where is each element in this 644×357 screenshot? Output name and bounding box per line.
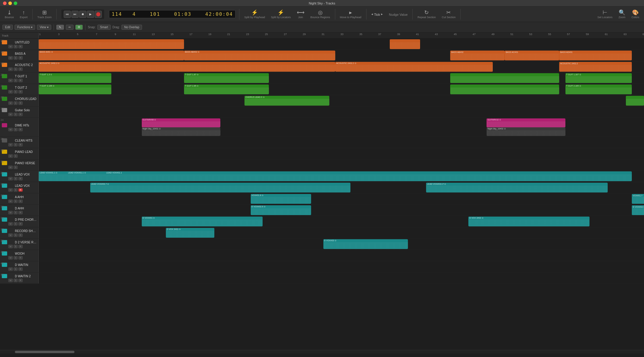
move-to-playhead-button[interactable]: ▸ Move to Playhead bbox=[338, 7, 364, 22]
record-button[interactable]: R bbox=[18, 279, 23, 282]
clip[interactable]: D VOX#02.7 bbox=[632, 205, 644, 215]
solo-button[interactable]: S bbox=[14, 113, 18, 116]
clip[interactable]: VOX#01.7 bbox=[632, 194, 644, 204]
clip[interactable]: VOX#01.8 ⊙ bbox=[251, 194, 311, 204]
clip[interactable]: ACOUSTIC 2#02.2 ⊙ bbox=[39, 62, 335, 72]
mute-button[interactable]: M bbox=[8, 256, 13, 259]
clip[interactable] bbox=[450, 84, 559, 94]
record-button[interactable]: R bbox=[18, 128, 23, 131]
pencil-tool[interactable]: ✏ bbox=[66, 25, 74, 30]
clip[interactable]: D VOX#02.6 ⊙ bbox=[251, 205, 311, 215]
tick-prev-icon[interactable]: ◂ bbox=[371, 12, 373, 16]
solo-button[interactable]: S bbox=[14, 188, 18, 192]
split-by-locators-button[interactable]: ⚡ Split by Locators bbox=[269, 7, 293, 22]
bounce-button[interactable]: ⤓ Bounce bbox=[2, 7, 16, 22]
record-button[interactable]: R bbox=[18, 200, 23, 203]
horizontal-scrollbar[interactable] bbox=[0, 350, 644, 353]
clip[interactable]: LEAD VOX#03.7 ⊙ bbox=[90, 183, 350, 192]
scrollbar-thumb[interactable] bbox=[15, 351, 74, 353]
clip[interactable]: LEAD VOX#03.17 ⊙ bbox=[426, 183, 608, 192]
clip[interactable]: ACOUSTIC 2#02.2 ⊙ bbox=[335, 62, 493, 72]
mute-button[interactable]: M bbox=[8, 113, 13, 116]
view-menu[interactable]: View ▾ bbox=[37, 25, 51, 30]
clip[interactable]: T GUIT 1.3 ⊙ bbox=[39, 73, 111, 83]
solo-button[interactable]: S bbox=[14, 245, 18, 248]
mute-button[interactable]: M bbox=[8, 79, 13, 82]
record-button[interactable]: R bbox=[18, 177, 23, 180]
clip[interactable]: D VOX#03 ⊙ bbox=[323, 239, 408, 249]
mute-button[interactable]: M bbox=[8, 166, 13, 169]
clip[interactable]: D VOX#01 ⊙ bbox=[142, 217, 263, 226]
mute-button[interactable]: M bbox=[8, 154, 13, 158]
record-button[interactable]: R bbox=[18, 90, 23, 93]
solo-button[interactable]: S bbox=[14, 45, 18, 48]
solo-button[interactable]: S bbox=[14, 256, 18, 259]
mute-button[interactable]: M bbox=[8, 45, 13, 48]
mute-button[interactable]: M bbox=[8, 90, 13, 93]
pointer-tool[interactable]: ↖ bbox=[56, 25, 64, 30]
repeat-section-button[interactable]: ↻ Repeat Section bbox=[415, 7, 438, 22]
record-button[interactable]: R bbox=[18, 113, 23, 116]
mute-button[interactable]: M bbox=[8, 143, 13, 146]
clip[interactable]: T GUIT 1.87 ⊙ bbox=[184, 73, 269, 83]
join-button[interactable]: ⟷ Join bbox=[294, 7, 307, 22]
clip[interactable] bbox=[390, 39, 420, 49]
clip[interactable]: T GUIT 2.196 ⊙ bbox=[39, 84, 111, 94]
functions-menu[interactable]: Functions ▾ bbox=[15, 25, 35, 30]
solo-button[interactable]: S bbox=[14, 234, 18, 237]
record-button[interactable]: R bbox=[18, 188, 23, 192]
mute-button[interactable]: M bbox=[8, 68, 13, 71]
go-to-start-button[interactable]: ⏺ bbox=[79, 11, 86, 18]
solo-button[interactable]: S bbox=[14, 143, 18, 146]
close-button[interactable] bbox=[3, 1, 7, 5]
clip[interactable]: Night Sky_10#01 ⊙ bbox=[142, 127, 220, 136]
mute-button[interactable]: M bbox=[8, 56, 13, 60]
mute-button[interactable]: M bbox=[8, 211, 13, 214]
clip[interactable]: BASS AC#01 bbox=[505, 51, 559, 60]
mute-button[interactable]: M bbox=[8, 177, 13, 180]
solo-button[interactable]: S bbox=[14, 166, 18, 169]
record-button[interactable]: R bbox=[18, 267, 23, 271]
record-button[interactable]: R bbox=[18, 245, 23, 248]
fast-forward-button[interactable]: ⏭ bbox=[71, 11, 79, 18]
record-button[interactable]: R bbox=[18, 101, 23, 105]
mute-button[interactable]: M bbox=[8, 234, 13, 237]
clip[interactable] bbox=[39, 39, 184, 49]
solo-button[interactable]: S bbox=[14, 79, 18, 82]
export-button[interactable]: ↑ Export bbox=[18, 7, 30, 22]
solo-button[interactable]: S bbox=[14, 200, 18, 203]
tick-button[interactable]: ◂ Tick ▸ bbox=[369, 7, 386, 22]
clip[interactable]: BASS A#01 ⊙ bbox=[39, 51, 184, 60]
record-button[interactable]: R bbox=[18, 56, 23, 60]
solo-button[interactable]: S bbox=[14, 279, 18, 282]
record-button[interactable]: R bbox=[18, 68, 23, 71]
clip[interactable]: T GUIT 2.85 ⊙ bbox=[184, 84, 269, 94]
edit-button[interactable]: Edit bbox=[2, 25, 13, 30]
record-button[interactable]: R bbox=[18, 222, 23, 226]
clip[interactable]: Night Sky_10#02 ⊙ bbox=[486, 127, 565, 136]
clip[interactable]: D VOX 2#02 ⊙ bbox=[468, 217, 590, 226]
solo-button[interactable]: S bbox=[14, 154, 18, 158]
nudge-value-button[interactable]: Nudge Value bbox=[386, 7, 410, 22]
split-by-playhead-button[interactable]: ⚡ Split by Playhead bbox=[242, 7, 267, 22]
mute-button[interactable]: M bbox=[8, 200, 13, 203]
clip[interactable]: BASS AB#02 bbox=[450, 51, 505, 60]
clip[interactable]: CHORUS LEAD.3 ⊙ bbox=[244, 96, 329, 106]
clip[interactable]: T GUIT 1.167 ⊙ bbox=[565, 73, 632, 83]
record-button[interactable]: R bbox=[18, 211, 23, 214]
mute-button[interactable]: M bbox=[8, 101, 13, 105]
record-button[interactable]: R bbox=[18, 45, 23, 48]
snap-value[interactable]: Smart bbox=[97, 25, 111, 30]
solo-button[interactable]: S bbox=[14, 128, 18, 131]
zoom-button[interactable]: 🔍 Zoom bbox=[616, 10, 628, 19]
clip[interactable]: GUITAR#10 ⊙ bbox=[486, 118, 565, 127]
solo-button[interactable]: S bbox=[14, 267, 18, 271]
clip[interactable]: BASS AB#02 ⊙ bbox=[184, 51, 335, 60]
clip[interactable] bbox=[626, 96, 644, 106]
record-button[interactable]: R bbox=[18, 143, 23, 146]
record-button[interactable]: R bbox=[18, 256, 23, 259]
solo-button[interactable]: S bbox=[14, 177, 18, 180]
clip[interactable]: GUITAR#08 ⊙ bbox=[142, 118, 220, 127]
mute-button[interactable]: M bbox=[8, 128, 13, 131]
mute-button[interactable]: M bbox=[8, 188, 13, 192]
